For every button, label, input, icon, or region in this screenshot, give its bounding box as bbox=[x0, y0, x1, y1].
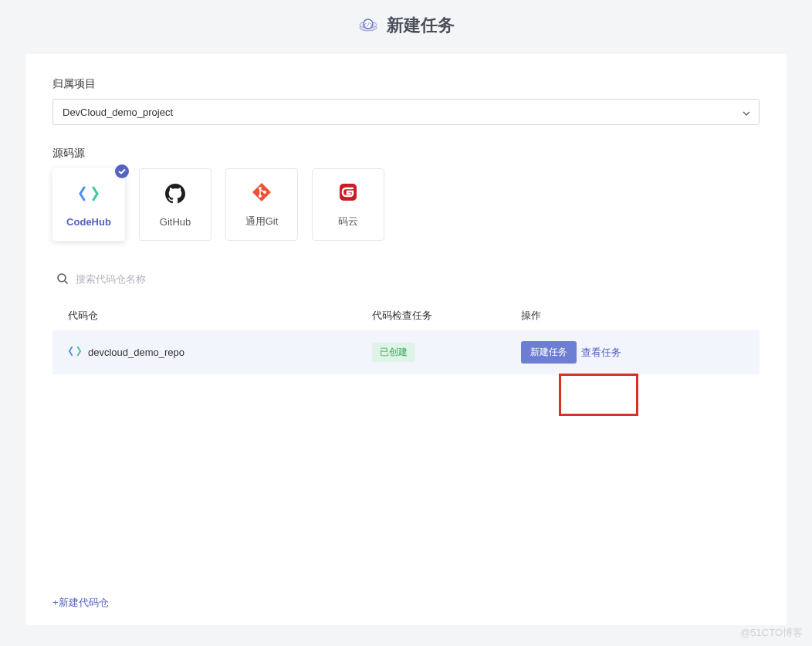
repo-icon bbox=[68, 344, 82, 360]
source-label-github: GitHub bbox=[160, 216, 191, 228]
codehub-icon bbox=[77, 182, 100, 205]
task-cell: 已创建 bbox=[372, 343, 521, 362]
check-icon bbox=[115, 164, 129, 178]
view-task-link[interactable]: 查看任务 bbox=[581, 346, 621, 360]
source-card-github[interactable]: GitHub bbox=[139, 168, 211, 241]
svg-point-10 bbox=[58, 274, 66, 282]
git-icon bbox=[250, 181, 273, 204]
source-label: 源码源 bbox=[52, 147, 760, 161]
source-card-git[interactable]: 通用Git bbox=[225, 168, 298, 241]
source-card-gitee[interactable]: 码云 bbox=[312, 168, 384, 241]
search-row bbox=[52, 272, 760, 286]
task-icon: </> bbox=[357, 15, 379, 36]
source-label-git: 通用Git bbox=[245, 215, 279, 228]
page-title: 新建任务 bbox=[387, 14, 455, 37]
col-header-repo: 代码仓 bbox=[68, 309, 372, 323]
source-card-codehub[interactable]: CodeHub bbox=[52, 168, 125, 241]
status-badge: 已创建 bbox=[372, 343, 415, 362]
watermark: @51CTO博客 bbox=[740, 626, 803, 640]
svg-text:</>: </> bbox=[364, 22, 374, 28]
table-header: 代码仓 代码检查任务 操作 bbox=[52, 301, 760, 330]
repo-cell: devcloud_demo_repo bbox=[68, 344, 372, 360]
table-row: devcloud_demo_repo 已创建 新建任务 查看任务 bbox=[52, 330, 760, 374]
github-icon bbox=[164, 182, 187, 205]
source-section: 源码源 CodeHub bbox=[52, 147, 760, 241]
col-header-action: 操作 bbox=[521, 309, 744, 323]
repo-name: devcloud_demo_repo bbox=[88, 347, 184, 358]
search-input[interactable] bbox=[76, 273, 230, 285]
action-cell: 新建任务 查看任务 bbox=[521, 341, 744, 364]
create-repo-link[interactable]: +新建代码仓 bbox=[52, 596, 109, 610]
page-header: </> 新建任务 bbox=[0, 0, 812, 54]
source-label-gitee: 码云 bbox=[338, 215, 358, 228]
source-label-codehub: CodeHub bbox=[66, 216, 111, 228]
project-select[interactable]: DevCloud_demo_project bbox=[52, 99, 760, 125]
repo-table: 代码仓 代码检查任务 操作 devcloud_demo_repo 已创建 新建任… bbox=[52, 301, 760, 374]
source-options: CodeHub GitHub bbox=[52, 168, 760, 241]
gitee-icon bbox=[337, 181, 360, 204]
create-task-button[interactable]: 新建任务 bbox=[521, 341, 577, 364]
svg-line-11 bbox=[65, 281, 68, 284]
search-icon bbox=[56, 272, 69, 286]
col-header-task: 代码检查任务 bbox=[372, 309, 521, 323]
main-card: 归属项目 DevCloud_demo_project 源码源 CodeHub bbox=[25, 54, 787, 625]
project-select-value: DevCloud_demo_project bbox=[52, 99, 760, 125]
highlight-annotation bbox=[559, 374, 638, 416]
project-label: 归属项目 bbox=[52, 77, 760, 91]
